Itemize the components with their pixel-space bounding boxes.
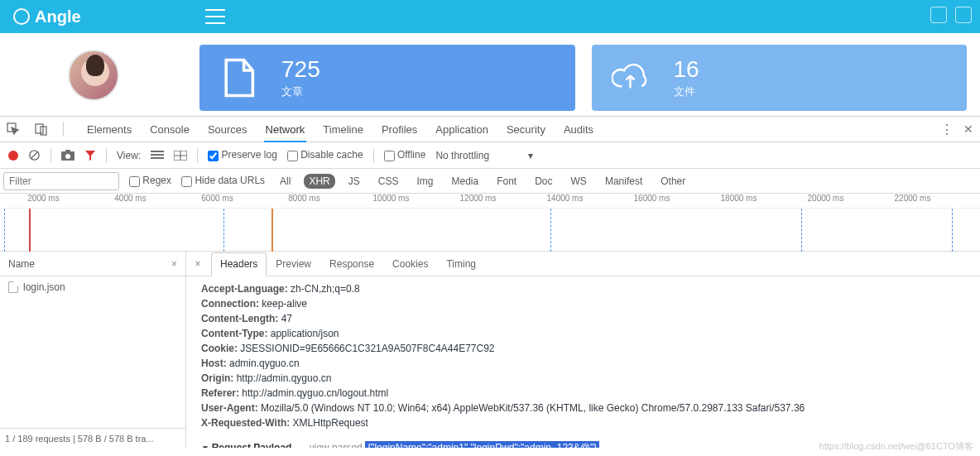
- header-row: X-Requested-With: XMLHttpRequest: [201, 415, 965, 430]
- filter-type-js[interactable]: JS: [343, 174, 365, 189]
- capture-screenshots-icon[interactable]: [61, 150, 74, 161]
- detail-tab-cookies[interactable]: Cookies: [383, 252, 437, 276]
- header-row: Connection: keep-alive: [201, 296, 965, 311]
- svg-rect-1: [36, 124, 43, 133]
- devtools-tab-network[interactable]: Network: [264, 117, 307, 142]
- file-icon: [219, 57, 257, 98]
- timeline-tick: 16000 ms: [608, 194, 695, 208]
- close-icon[interactable]: ×: [171, 258, 177, 270]
- timeline-marker: [952, 209, 953, 252]
- throttling-select[interactable]: No throttling ▾: [435, 150, 532, 161]
- filter-type-media[interactable]: Media: [447, 174, 484, 189]
- card-files-label: 文件: [674, 84, 699, 99]
- close-detail-button[interactable]: ×: [191, 257, 204, 271]
- timeline-tick: 8000 ms: [261, 194, 348, 208]
- network-body: Name × login.json 1 / 189 requests | 578…: [0, 252, 980, 448]
- filter-type-doc[interactable]: Doc: [530, 174, 557, 189]
- file-icon: [8, 281, 18, 293]
- filter-type-xhr[interactable]: XHR: [304, 174, 334, 189]
- regex-checkbox[interactable]: Regex: [129, 175, 171, 186]
- detail-tabs: × HeadersPreviewResponseCookiesTiming: [186, 252, 980, 276]
- devtools-tab-profiles[interactable]: Profiles: [380, 117, 419, 142]
- card-files[interactable]: 16 文件: [592, 45, 968, 111]
- clear-button[interactable]: [28, 149, 41, 161]
- content-row: 725 文章 16 文件: [0, 33, 980, 116]
- header-right: [930, 7, 972, 23]
- record-button[interactable]: [8, 151, 18, 161]
- device-toggle-icon[interactable]: [35, 122, 48, 136]
- filter-type-other[interactable]: Other: [656, 174, 690, 189]
- avatar[interactable]: [68, 50, 119, 101]
- request-list: Name × login.json 1 / 189 requests | 578…: [0, 252, 186, 448]
- header-row: Referer: http://admin.qyguo.cn/logout.ht…: [201, 386, 965, 401]
- preserve-log-checkbox[interactable]: Preserve log: [208, 149, 277, 161]
- filter-icon[interactable]: [84, 150, 96, 161]
- large-rows-toggle[interactable]: [151, 151, 164, 161]
- request-item[interactable]: login.json: [0, 276, 185, 298]
- devtools-tab-sources[interactable]: Sources: [206, 117, 249, 142]
- inspect-icon[interactable]: [7, 122, 20, 136]
- filter-type-img[interactable]: Img: [411, 174, 438, 189]
- detail-body[interactable]: Accept-Language: zh-CN,zh;q=0.8Connectio…: [186, 276, 980, 448]
- card-articles-label: 文章: [281, 84, 320, 99]
- filter-type-manifest[interactable]: Manifest: [600, 174, 647, 189]
- svg-point-6: [65, 154, 70, 159]
- devtools-tab-application[interactable]: Application: [434, 117, 490, 142]
- disable-cache-checkbox[interactable]: Disable cache: [287, 149, 363, 161]
- filter-type-all[interactable]: All: [275, 174, 295, 189]
- header-action-2[interactable]: [955, 7, 972, 23]
- view-parsed-link[interactable]: view parsed: [310, 442, 363, 448]
- card-articles[interactable]: 725 文章: [199, 45, 575, 111]
- header-row: Origin: http://admin.qyguo.cn: [201, 371, 965, 386]
- detail-tab-headers[interactable]: Headers: [211, 252, 267, 276]
- request-detail: × HeadersPreviewResponseCookiesTiming Ac…: [186, 252, 980, 448]
- kebab-icon[interactable]: ⋮: [940, 122, 954, 137]
- card-articles-value: 725: [281, 56, 320, 83]
- detail-tab-timing[interactable]: Timing: [437, 252, 485, 276]
- timeline-marker: [550, 209, 551, 252]
- filter-type-ws[interactable]: WS: [566, 174, 592, 189]
- hide-data-urls-checkbox[interactable]: Hide data URLs: [181, 175, 265, 186]
- header-row: Host: admin.qyguo.cn: [201, 356, 965, 371]
- overview-toggle[interactable]: [174, 151, 187, 161]
- offline-checkbox[interactable]: Offline: [384, 149, 426, 161]
- header-row: User-Agent: Mozilla/5.0 (Windows NT 10.0…: [201, 401, 965, 415]
- network-timeline[interactable]: 2000 ms4000 ms6000 ms8000 ms10000 ms1200…: [0, 194, 980, 252]
- app-header: Angle: [0, 0, 980, 33]
- timeline-marker: [271, 209, 273, 252]
- sidebar: [0, 33, 186, 116]
- devtools-tab-elements[interactable]: Elements: [85, 117, 133, 142]
- card-files-value: 16: [674, 56, 699, 83]
- filter-input[interactable]: [3, 172, 119, 190]
- devtools-tab-audits[interactable]: Audits: [562, 117, 595, 142]
- header-row: Accept-Language: zh-CN,zh;q=0.8: [201, 281, 965, 296]
- request-list-header[interactable]: Name ×: [0, 252, 185, 276]
- filter-type-css[interactable]: CSS: [373, 174, 404, 189]
- menu-toggle-button[interactable]: [205, 9, 225, 24]
- timeline-marker: [801, 209, 802, 252]
- detail-tab-response[interactable]: Response: [320, 252, 383, 276]
- network-filter-bar: Regex Hide data URLs AllXHRJSCSSImgMedia…: [0, 169, 980, 194]
- detail-tab-preview[interactable]: Preview: [267, 252, 320, 276]
- timeline-marker: [223, 209, 224, 252]
- filter-type-font[interactable]: Font: [492, 174, 521, 189]
- view-label: View:: [117, 150, 141, 161]
- devtools-tab-security[interactable]: Security: [505, 117, 547, 142]
- payload-section-title[interactable]: Request Payload: [201, 442, 291, 448]
- header-action-1[interactable]: [930, 7, 947, 23]
- header-row: Cookie: JSESSIONID=9E65666C1C321A9A507F8…: [201, 341, 965, 356]
- cloud-upload-icon: [612, 57, 649, 98]
- header-row: Content-Type: application/json: [201, 326, 965, 341]
- timeline-tick: 20000 ms: [782, 194, 869, 208]
- request-payload-text[interactable]: {"loginName":"admin1","loginPwd":"admin_…: [365, 441, 599, 448]
- devtools-top-bar: ElementsConsoleSourcesNetworkTimelinePro…: [0, 116, 980, 142]
- timeline-marker: [4, 209, 5, 252]
- divider: [63, 122, 64, 137]
- close-devtools-button[interactable]: ✕: [963, 122, 973, 136]
- filter-types: AllXHRJSCSSImgMediaFontDocWSManifestOthe…: [275, 174, 690, 189]
- devtools-tab-timeline[interactable]: Timeline: [321, 117, 365, 142]
- dashboard-cards: 725 文章 16 文件: [186, 33, 980, 116]
- timeline-tick: 14000 ms: [521, 194, 608, 208]
- devtools-tab-console[interactable]: Console: [148, 117, 191, 142]
- timeline-tick: 2000 ms: [0, 194, 87, 208]
